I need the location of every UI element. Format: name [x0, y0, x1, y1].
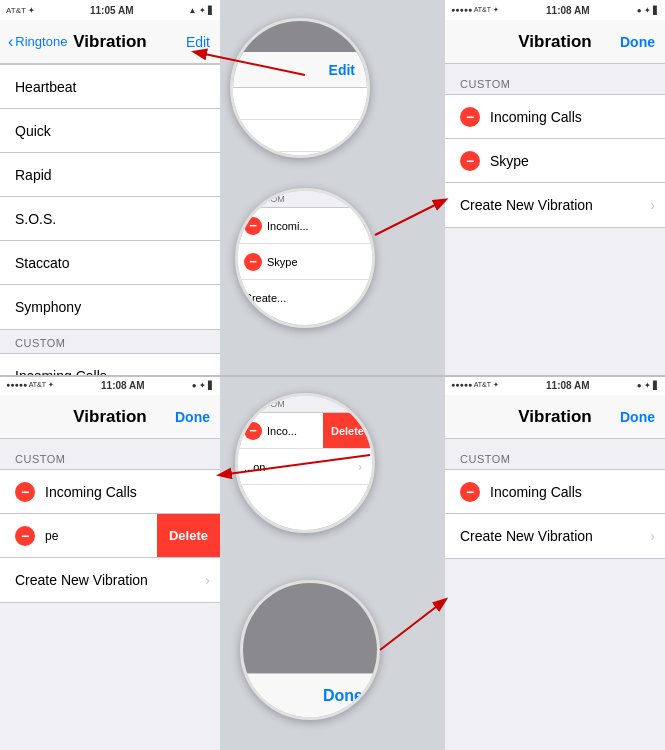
delete-circle-incoming-bl[interactable]: −	[15, 482, 35, 502]
list-group-custom-tl: Incoming Calls Create New Vibration ›	[0, 353, 220, 375]
nav-title-bl: Vibration	[73, 407, 146, 427]
panel-top-right: ●●●●● AT&T ✦ 11:08 AM ● ✦ ▋ Vibration Do…	[445, 0, 665, 375]
status-bar-bl: ●●●●● AT&T ✦ 11:08 AM ● ✦ ▋	[0, 375, 220, 395]
carrier-tl: AT&T ✦	[6, 6, 35, 15]
mag3-delete-btn[interactable]: Delete	[323, 413, 372, 448]
chevron-right-icon-tr: ›	[650, 197, 655, 213]
back-button-tl[interactable]: ‹ Ringtone	[8, 33, 67, 51]
chevron-icon-tl: ‹	[8, 33, 13, 51]
list-group-custom-br: − Incoming Calls Create New Vibration ›	[445, 469, 665, 559]
list-item-quick[interactable]: Quick	[0, 109, 220, 153]
panel-bottom-right: ●●●●● AT&T ✦ 11:08 AM ● ✦ ▋ Vibration Do…	[445, 375, 665, 750]
section-header-custom-tl: CUSTOM	[0, 331, 220, 353]
list-item-skype-tr[interactable]: − Skype	[445, 139, 665, 183]
delete-circle-skype-bl[interactable]: −	[15, 526, 35, 546]
magnify-circle-3: CUSTOM − Inco... Delete ...on ›	[235, 393, 375, 533]
carrier-tr: ●●●●● AT&T ✦	[451, 6, 499, 14]
list-item-rapid[interactable]: Rapid	[0, 153, 220, 197]
nav-title-tr: Vibration	[518, 32, 591, 52]
list-item-symphony[interactable]: Symphony	[0, 285, 220, 329]
edit-button-tl[interactable]: Edit	[186, 34, 210, 50]
chevron-right-icon-br: ›	[650, 528, 655, 544]
list-group-standard: Heartbeat Quick Rapid S.O.S. Staccato Sy…	[0, 64, 220, 330]
done-button-bl[interactable]: Done	[175, 409, 210, 425]
carrier-bl: ●●●●● AT&T ✦	[6, 381, 54, 389]
panel-bottom-left: ●●●●● AT&T ✦ 11:08 AM ● ✦ ▋ Vibration Do…	[0, 375, 220, 750]
list-group-custom-tr: − Incoming Calls − Skype Create New Vibr…	[445, 94, 665, 228]
time-br: 11:08 AM	[546, 380, 590, 391]
list-item-incoming-tr[interactable]: − Incoming Calls	[445, 95, 665, 139]
magnify-circle-1: Edit	[230, 18, 370, 158]
icons-tl: ▲ ✦ ▋	[189, 6, 214, 15]
list-item-skype-bl[interactable]: − pe Delete	[0, 514, 220, 558]
status-bar-br: ●●●●● AT&T ✦ 11:08 AM ● ✦ ▋	[445, 375, 665, 395]
status-bar-tr: ●●●●● AT&T ✦ 11:08 AM ● ✦ ▋	[445, 0, 665, 20]
nav-bar-tl: ‹ Ringtone Vibration Edit	[0, 20, 220, 64]
section-header-custom-bl: CUSTOM	[0, 447, 220, 469]
mag2-skype-label: Skype	[267, 256, 298, 268]
magnify-circle-2: CUSTOM − Incomi... − Skype Create...	[235, 188, 375, 328]
status-bar-tl: AT&T ✦ 11:05 AM ▲ ✦ ▋	[0, 0, 220, 20]
list-item-incoming-tl[interactable]: Incoming Calls	[0, 354, 220, 375]
delete-circle-incoming-br[interactable]: −	[460, 482, 480, 502]
icons-bl: ● ✦ ▋	[192, 381, 214, 390]
nav-title-br: Vibration	[518, 407, 591, 427]
horizontal-divider	[0, 375, 665, 377]
done-button-tr[interactable]: Done	[620, 34, 655, 50]
time-bl: 11:08 AM	[101, 380, 145, 391]
list-item-create-br[interactable]: Create New Vibration ›	[445, 514, 665, 558]
mag3-delete-circle: −	[244, 422, 262, 440]
magnify-circle-4: Done	[240, 580, 380, 720]
delete-circle-incoming-tr[interactable]: −	[460, 107, 480, 127]
mag2-delete-circle-2: −	[244, 253, 262, 271]
mag1-edit-label: Edit	[329, 62, 355, 78]
back-label-tl: Ringtone	[15, 34, 67, 49]
panel-top-left: AT&T ✦ 11:05 AM ▲ ✦ ▋ ‹ Ringtone Vibrati…	[0, 0, 220, 375]
delete-circle-skype-tr[interactable]: −	[460, 151, 480, 171]
time-tl: 11:05 AM	[90, 5, 134, 16]
list-group-custom-bl: − Incoming Calls − pe Delete Create New …	[0, 469, 220, 603]
chevron-right-icon-bl: ›	[205, 572, 210, 588]
list-item-create-tr[interactable]: Create New Vibration ›	[445, 183, 665, 227]
list-item-incoming-bl[interactable]: − Incoming Calls	[0, 470, 220, 514]
mag4-done-label: Done	[323, 687, 363, 705]
icons-tr: ● ✦ ▋	[637, 6, 659, 15]
mag3-incoming-label: Inco...	[267, 425, 297, 437]
section-header-custom-br: CUSTOM	[445, 447, 665, 469]
mag2-create-label: Create...	[244, 292, 286, 304]
nav-title-tl: Vibration	[73, 32, 146, 52]
carrier-br: ●●●●● AT&T ✦	[451, 381, 499, 389]
mag3-chevron: ›	[358, 460, 362, 474]
delete-button-bl[interactable]: Delete	[157, 514, 220, 557]
nav-bar-tr: Vibration Done	[445, 20, 665, 64]
list-item-heartbeat[interactable]: Heartbeat	[0, 65, 220, 109]
list-item-incoming-br[interactable]: − Incoming Calls	[445, 470, 665, 514]
list-item-create-bl[interactable]: Create New Vibration ›	[0, 558, 220, 602]
done-button-br[interactable]: Done	[620, 409, 655, 425]
mag3-on-label: ...on	[244, 461, 265, 473]
icons-br: ● ✦ ▋	[637, 381, 659, 390]
nav-bar-br: Vibration Done	[445, 395, 665, 439]
list-item-staccato[interactable]: Staccato	[0, 241, 220, 285]
mag2-incoming-label: Incomi...	[267, 220, 309, 232]
list-item-sos[interactable]: S.O.S.	[0, 197, 220, 241]
section-header-custom-tr: CUSTOM	[445, 72, 665, 94]
mag2-delete-circle-1: −	[244, 217, 262, 235]
nav-bar-bl: Vibration Done	[0, 395, 220, 439]
time-tr: 11:08 AM	[546, 5, 590, 16]
